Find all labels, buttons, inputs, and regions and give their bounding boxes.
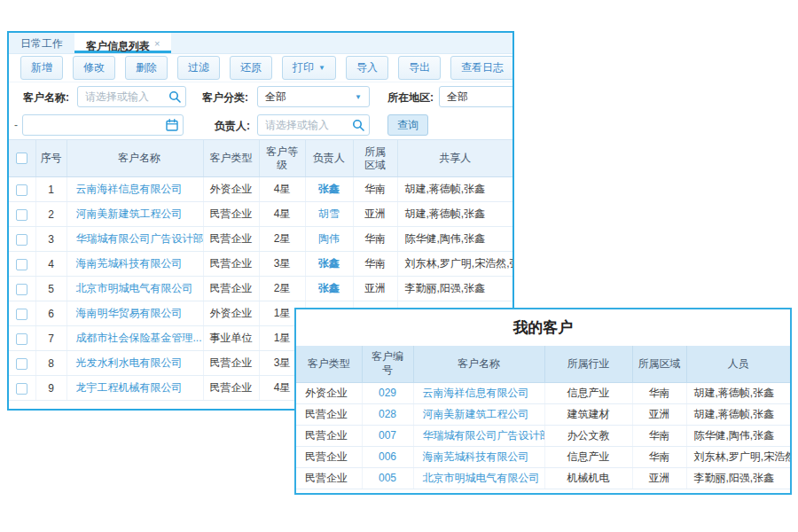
calendar-icon[interactable] bbox=[166, 119, 178, 131]
cell-industry: 信息产业 bbox=[544, 446, 632, 467]
customer-name-link[interactable]: 龙宇工程机械有限公司 bbox=[76, 381, 183, 394]
customer-category-select[interactable]: 全部 ▼ bbox=[257, 86, 370, 107]
row-checkbox[interactable] bbox=[16, 358, 27, 370]
header-region: 所属区域 bbox=[632, 346, 686, 382]
customer-code-link[interactable]: 007 bbox=[379, 429, 396, 442]
cell-no: 7 bbox=[35, 326, 66, 351]
filter-area: 客户名称: 客户分类: 全部 ▼ 所在地区: - bbox=[9, 82, 512, 139]
cell-shared: 刘东林,罗广明,宋浩然,张鑫 bbox=[397, 252, 512, 277]
owner-link[interactable]: 张鑫 bbox=[318, 257, 340, 270]
customer-name-link[interactable]: 成都市社会保险基金管理... bbox=[76, 332, 202, 344]
cell-type: 民营企业 bbox=[296, 425, 362, 446]
customer-name-link[interactable]: 北京市明城电气有限公司 bbox=[423, 472, 540, 484]
cell-region: 亚洲 bbox=[632, 403, 686, 425]
cell-no: 3 bbox=[35, 227, 66, 252]
cell-no: 2 bbox=[35, 202, 66, 227]
toolbar-button-print[interactable]: 打印▼ bbox=[282, 56, 336, 80]
tab-daily-work[interactable]: 日常工作 bbox=[9, 33, 74, 53]
customer-name-link[interactable]: 海南芜城科技有限公司 bbox=[423, 450, 529, 463]
toolbar-button-restore[interactable]: 还原 bbox=[230, 56, 272, 80]
cell-staff: 刘东林,罗广明,宋浩然,... bbox=[686, 446, 790, 467]
header-name: 客户名称 bbox=[413, 346, 544, 382]
cell-staff: 李勤丽,阳强,张鑫 bbox=[686, 467, 790, 489]
cell-region: 华南 bbox=[353, 252, 397, 277]
customer-name-link[interactable]: 河南美新建筑工程公司 bbox=[76, 207, 183, 220]
cell-level: 4星 bbox=[259, 202, 305, 227]
tab-label: 客户信息列表 bbox=[86, 40, 150, 52]
owner-link[interactable]: 张鑫 bbox=[318, 183, 340, 195]
toolbar-button-export[interactable]: 导出 bbox=[398, 56, 441, 80]
customer-code-link[interactable]: 005 bbox=[379, 472, 396, 484]
toolbar-button-import[interactable]: 导入 bbox=[346, 56, 388, 80]
header-shared: 共享人 bbox=[397, 140, 512, 177]
customer-code-link[interactable]: 028 bbox=[379, 408, 396, 420]
search-icon[interactable] bbox=[352, 119, 364, 131]
cell-region: 亚洲 bbox=[353, 202, 397, 227]
desktop-canvas: 日常工作 客户信息列表× 新增 修改 删除 过滤 还原 打印▼ 导入 导出 查看… bbox=[0, 0, 798, 532]
cell-type: 事业单位 bbox=[203, 326, 259, 351]
cell-type: 民营企业 bbox=[203, 277, 259, 301]
table-row: 民营企业 028 河南美新建筑工程公司 建筑建材 亚洲 胡建,蒋德帧,张鑫 bbox=[296, 403, 790, 425]
tab-customer-info-list[interactable]: 客户信息列表× bbox=[74, 33, 171, 53]
my-customers-table: 客户类型 客户编 号 客户名称 所属行业 所属区域 人员 外资企业 029 云南… bbox=[296, 346, 790, 489]
date-field-wrap bbox=[22, 114, 184, 136]
row-checkbox[interactable] bbox=[16, 383, 27, 395]
date-input[interactable] bbox=[22, 114, 184, 136]
customer-name-link[interactable]: 华瑞城有限公司广告设计部 bbox=[423, 429, 545, 442]
cell-region: 华南 bbox=[353, 177, 397, 202]
customer-name-link[interactable]: 云南海祥信息有限公司 bbox=[76, 183, 183, 195]
owner-link[interactable]: 陶伟 bbox=[318, 232, 340, 245]
toolbar-button-add[interactable]: 新增 bbox=[20, 56, 63, 80]
customer-name-link[interactable]: 光发水利水电有限公司 bbox=[76, 356, 183, 369]
cell-no: 6 bbox=[35, 301, 66, 326]
cell-region: 华南 bbox=[632, 446, 686, 467]
customer-name-link[interactable]: 海南明华贸易有限公司 bbox=[76, 307, 183, 319]
row-checkbox[interactable] bbox=[16, 309, 27, 320]
cell-region: 亚洲 bbox=[632, 467, 686, 489]
row-checkbox[interactable] bbox=[16, 284, 27, 295]
cell-no: 9 bbox=[35, 376, 66, 401]
header-region: 所属 区域 bbox=[353, 140, 397, 177]
cell-region: 亚洲 bbox=[353, 277, 397, 301]
chevron-down-icon: ▼ bbox=[318, 64, 325, 72]
cell-type: 民营企业 bbox=[203, 252, 259, 277]
select-all-checkbox[interactable] bbox=[16, 153, 27, 164]
row-checkbox[interactable] bbox=[16, 209, 27, 221]
close-icon[interactable]: × bbox=[154, 38, 160, 49]
row-checkbox[interactable] bbox=[16, 259, 27, 270]
customer-name-link[interactable]: 海南芜城科技有限公司 bbox=[76, 257, 183, 270]
row-checkbox[interactable] bbox=[16, 234, 27, 246]
customer-code-link[interactable]: 029 bbox=[379, 387, 396, 399]
toolbar-button-filter[interactable]: 过滤 bbox=[177, 56, 220, 80]
cell-level: 3星 bbox=[259, 252, 305, 277]
cell-level: 2星 bbox=[259, 277, 305, 301]
toolbar-button-edit[interactable]: 修改 bbox=[73, 56, 115, 80]
row-checkbox[interactable] bbox=[16, 184, 27, 196]
toolbar-button-view-log[interactable]: 查看日志 bbox=[450, 56, 514, 80]
customer-name-link[interactable]: 云南海祥信息有限公司 bbox=[423, 387, 529, 399]
date-range-dash: - bbox=[14, 119, 18, 131]
toolbar-button-delete[interactable]: 删除 bbox=[125, 56, 168, 80]
customer-code-link[interactable]: 006 bbox=[379, 450, 396, 463]
owner-link[interactable]: 张鑫 bbox=[318, 282, 340, 294]
cell-type: 民营企业 bbox=[296, 446, 362, 467]
cell-shared: 陈华健,陶伟,张鑫 bbox=[397, 227, 512, 252]
row-checkbox[interactable] bbox=[16, 333, 27, 345]
header-no: 序号 bbox=[35, 140, 66, 177]
query-button[interactable]: 查询 bbox=[387, 114, 428, 136]
cell-industry: 办公文教 bbox=[544, 425, 632, 446]
cell-industry: 机械机电 bbox=[544, 467, 632, 489]
cell-industry: 信息产业 bbox=[544, 382, 632, 403]
owner-link[interactable]: 胡雪 bbox=[318, 207, 340, 220]
cell-type: 民营企业 bbox=[203, 227, 259, 252]
customer-name-link[interactable]: 北京市明城电气有限公司 bbox=[76, 282, 193, 294]
search-icon[interactable] bbox=[168, 90, 181, 103]
cell-region: 华南 bbox=[632, 382, 686, 403]
table-row: 2 河南美新建筑工程公司 民营企业 4星 胡雪 亚洲 胡建,蒋德帧,张鑫 bbox=[9, 202, 512, 227]
customer-name-link[interactable]: 华瑞城有限公司广告设计部 bbox=[76, 232, 204, 245]
cell-staff: 胡建,蒋德帧,张鑫 bbox=[686, 382, 790, 403]
table-row: 3 华瑞城有限公司广告设计部 民营企业 2星 陶伟 华南 陈华健,陶伟,张鑫 bbox=[9, 227, 512, 252]
tab-label: 日常工作 bbox=[20, 37, 63, 50]
region-input[interactable] bbox=[439, 86, 514, 107]
customer-name-link[interactable]: 河南美新建筑工程公司 bbox=[423, 408, 529, 420]
